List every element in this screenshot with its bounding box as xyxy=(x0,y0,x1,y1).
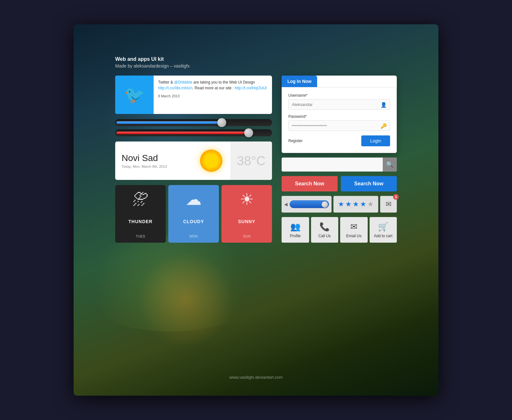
twitter-date: 8 March 2013 xyxy=(158,93,268,99)
controls-row: ◀ ★ ★ ★ ★ ★ ✉ 3 xyxy=(282,196,397,213)
twitter-link2[interactable]: http://t.co/lHqOUlJl xyxy=(235,86,267,90)
mail-widget[interactable]: ✉ 3 xyxy=(380,196,397,213)
cloudy-day: MON xyxy=(189,234,198,238)
action-buttons: 👥 Profile 📞 Call Us ✉ Email Us 🛒 Add to … xyxy=(282,217,397,243)
footer-url: www.vasiligfx.deviantart.com xyxy=(229,375,283,380)
page-title: Web and apps UI kit xyxy=(115,56,190,62)
username-label: Username* xyxy=(288,93,390,98)
email-icon: ✉ xyxy=(350,222,357,232)
search-input[interactable] xyxy=(282,158,397,172)
weather-tile-sunny[interactable]: ☀ SUNNY SUN xyxy=(221,185,272,243)
cloudy-icon: ☁ xyxy=(186,190,202,209)
thunder-day: TUES xyxy=(136,234,145,238)
profile-label: Profile xyxy=(290,234,301,238)
twitter-card: 🐦 Twitter & @Dribbble are taking you to … xyxy=(115,76,272,114)
register-link[interactable]: Register xyxy=(288,139,303,143)
star-4[interactable]: ★ xyxy=(360,200,366,208)
slider-blue-fill xyxy=(116,121,223,124)
call-us-button[interactable]: 📞 Call Us xyxy=(311,217,339,243)
login-card: Log In Now Username* 👤 Password* 🔑 Regis… xyxy=(282,76,397,153)
login-button[interactable]: Login xyxy=(361,135,390,146)
weather-widget: Novi Sad Today, Mon, March 8th, 2013 38°… xyxy=(115,141,272,180)
username-input-wrap: 👤 xyxy=(288,99,390,110)
twitter-blue-panel: 🐦 xyxy=(115,76,154,114)
main-content: 🐦 Twitter & @Dribbble are taking you to … xyxy=(115,76,397,364)
page-subtitle: Made by aleksandardesign – vasiligfx xyxy=(115,63,190,69)
sliders-container xyxy=(115,119,272,136)
weather-city: Novi Sad xyxy=(122,153,186,163)
mail-badge: 3 xyxy=(393,194,399,200)
email-us-button[interactable]: ✉ Email Us xyxy=(340,217,368,243)
header-area: Web and apps UI kit Made by aleksandarde… xyxy=(115,56,190,69)
add-to-cart-button[interactable]: 🛒 Add to cart xyxy=(370,217,397,243)
left-column: 🐦 Twitter & @Dribbble are taking you to … xyxy=(115,76,272,364)
password-input-wrap: 🔑 xyxy=(288,120,390,131)
weather-right: 38°C xyxy=(230,141,272,180)
twitter-link1[interactable]: http://t.co/0bLmhiUn xyxy=(158,86,192,90)
password-label: Password* xyxy=(288,114,390,119)
toggle-left-arrow: ◀ xyxy=(284,202,288,207)
cloudy-label: CLOUDY xyxy=(183,219,204,224)
twitter-mention[interactable]: @Dribbble xyxy=(174,80,192,85)
toggle-track[interactable] xyxy=(290,200,329,208)
login-tab[interactable]: Log In Now xyxy=(282,76,317,87)
slider-red-thumb[interactable] xyxy=(244,128,253,137)
mail-icon: ✉ xyxy=(386,200,391,208)
weather-tile-cloudy[interactable]: ☁ CLOUDY MON xyxy=(168,185,219,243)
add-to-cart-label: Add to cart xyxy=(374,234,392,238)
right-column: Log In Now Username* 👤 Password* 🔑 Regis… xyxy=(282,76,397,364)
search-bar: 🔍 xyxy=(282,158,397,172)
weather-tile-thunder[interactable]: ⛈ THUNDER TUES xyxy=(115,185,166,243)
password-input[interactable] xyxy=(288,120,390,131)
key-icon: 🔑 xyxy=(380,123,387,129)
thunder-icon: ⛈ xyxy=(132,190,148,209)
weather-left: Novi Sad Today, Mon, March 8th, 2013 xyxy=(115,141,192,180)
twitter-text: Twitter & @Dribbble are taking you to th… xyxy=(158,79,268,91)
toggle-knob xyxy=(322,201,328,208)
search-icon: 🔍 xyxy=(386,161,393,168)
slider-red-track[interactable] xyxy=(115,129,272,136)
star-2[interactable]: ★ xyxy=(345,200,352,208)
slider-red-fill xyxy=(116,132,250,134)
user-icon: 👤 xyxy=(380,101,387,108)
sunny-icon: ☀ xyxy=(240,190,254,209)
twitter-content: Twitter & @Dribbble are taking you to th… xyxy=(154,76,272,114)
login-actions: Register Login xyxy=(288,135,390,146)
profile-icon: 👥 xyxy=(290,222,300,232)
search-now-red-button[interactable]: Search Now xyxy=(282,176,338,191)
email-us-label: Email Us xyxy=(346,234,362,238)
profile-button[interactable]: 👥 Profile xyxy=(282,217,309,243)
footer: www.vasiligfx.deviantart.com xyxy=(74,375,438,380)
search-buttons: Search Now Search Now xyxy=(282,176,397,191)
sunny-label: SUNNY xyxy=(238,219,255,224)
phone-icon: 📞 xyxy=(319,222,330,232)
toggle-widget[interactable]: ◀ xyxy=(282,196,332,213)
twitter-bird-icon: 🐦 xyxy=(124,85,145,105)
weather-tiles: ⛈ THUNDER TUES ☁ CLOUDY MON ☀ SUNNY SUN xyxy=(115,185,272,243)
call-us-label: Call Us xyxy=(318,234,331,238)
main-frame: Web and apps UI kit Made by aleksandarde… xyxy=(74,24,438,396)
slider-blue-thumb[interactable] xyxy=(217,118,226,127)
weather-icon-container xyxy=(192,141,230,180)
username-input[interactable] xyxy=(288,99,390,110)
star-1[interactable]: ★ xyxy=(338,200,344,208)
login-body: Username* 👤 Password* 🔑 Register Login xyxy=(282,87,397,153)
thunder-label: THUNDER xyxy=(128,219,152,224)
weather-temp: 38°C xyxy=(237,154,265,168)
weather-sun-icon xyxy=(200,149,222,172)
stars-widget[interactable]: ★ ★ ★ ★ ★ xyxy=(333,196,378,213)
search-icon-button[interactable]: 🔍 xyxy=(383,158,397,172)
star-5[interactable]: ★ xyxy=(367,200,374,208)
search-now-blue-button[interactable]: Search Now xyxy=(341,176,397,191)
sunny-day: SUN xyxy=(243,234,250,238)
cart-icon: 🛒 xyxy=(378,222,388,232)
weather-date: Today, Mon, March 8th, 2013 xyxy=(122,165,186,168)
slider-blue-track[interactable] xyxy=(115,119,272,126)
star-3[interactable]: ★ xyxy=(353,200,359,208)
